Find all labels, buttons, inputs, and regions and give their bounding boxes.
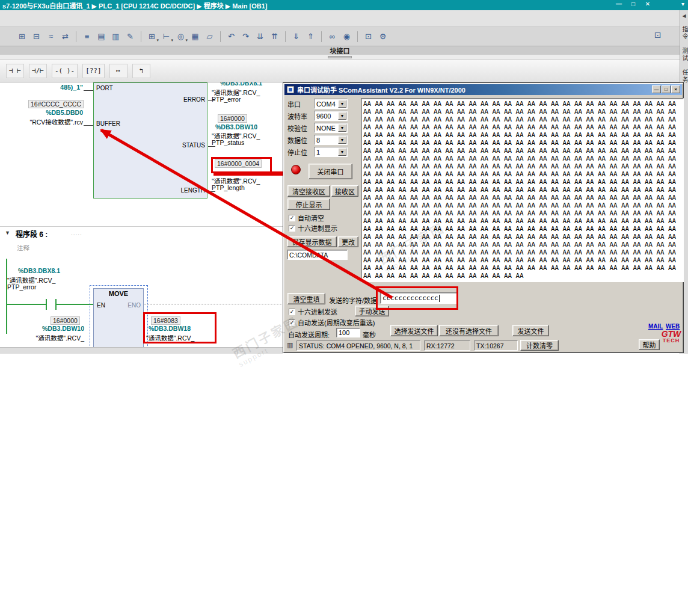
splitter-handle[interactable]	[328, 56, 352, 58]
network-collapse-icon[interactable]: ▼	[5, 230, 10, 236]
copy-icon[interactable]: ▤	[95, 30, 108, 43]
checkbox-check-icon: ✓	[289, 309, 295, 315]
open-block-icon[interactable]: ⊞	[16, 30, 28, 43]
serial-setting-dropdown[interactable]: NONE▼	[314, 123, 348, 133]
wire	[84, 90, 93, 91]
insert-box-icon[interactable]: ⊞▾	[146, 30, 158, 43]
annotation-box-move-out	[143, 312, 217, 343]
clear-refill-button[interactable]: 清空重填	[287, 293, 325, 304]
reset-counter-button[interactable]: 计数清零	[520, 340, 559, 351]
empty-box-icon[interactable]: [??]	[82, 64, 105, 78]
undo-icon[interactable]: ↶	[225, 30, 238, 43]
network6-comment[interactable]: 注释	[17, 243, 29, 252]
length-name-2[interactable]: PTP_length	[212, 184, 245, 191]
download-icon[interactable]: ⇓	[290, 30, 303, 43]
coil-icon[interactable]: -( )-	[52, 64, 78, 78]
settings-icon[interactable]: ⚙	[376, 30, 389, 43]
restore-icon[interactable]: □	[629, 1, 637, 7]
insert-network-icon[interactable]: ≡	[81, 30, 93, 43]
close-icon[interactable]: ✕	[643, 1, 652, 7]
serial-setting-label: 波特率	[287, 111, 314, 121]
hex-display-label: 十六进制显示	[298, 223, 337, 233]
close-block-icon[interactable]: ⊟	[30, 30, 43, 43]
insert-contact-icon[interactable]: ⊢▾	[160, 30, 173, 43]
close-branch-icon[interactable]: ↰	[132, 64, 150, 78]
send-file-button[interactable]: 发送文件	[512, 325, 549, 336]
auto-clear-checkbox[interactable]: ✓ 自动清空	[289, 213, 324, 223]
redo-icon[interactable]: ↷	[239, 30, 252, 43]
insert-coil-icon[interactable]: ◎▾	[174, 30, 187, 43]
save-path-field[interactable]: C:\COMDATA	[287, 250, 348, 260]
buffer-operand[interactable]: %DB5.DBD0	[32, 109, 83, 116]
mail-link[interactable]: MAIL	[648, 323, 663, 330]
contact-symbol[interactable]	[46, 299, 47, 310]
error-name-2[interactable]: PTP_error	[212, 96, 241, 103]
network6-header[interactable]: ▼ 程序段 6 : .....	[0, 226, 283, 239]
cross-reference-icon[interactable]: ⊡	[362, 30, 375, 43]
editor-layout-icon[interactable]: ⊡	[654, 30, 662, 40]
gtw-tech-logo: GTW TECH	[657, 330, 685, 343]
snapshot-icon[interactable]: ◉	[340, 30, 353, 43]
serial-setting-dropdown[interactable]: COM4▼	[314, 99, 348, 109]
serial-setting-dropdown[interactable]: 8▼	[314, 135, 348, 145]
move-in-name[interactable]: "通讯数据".RCV_	[17, 333, 84, 342]
save-data-button[interactable]: 保存显示数据	[287, 236, 337, 247]
dropdown-arrow-icon[interactable]: ▼	[338, 124, 346, 132]
toolbar-separator	[321, 31, 322, 42]
dropdown-arrow-icon[interactable]: ▼	[338, 100, 346, 108]
serial-close-icon[interactable]: ×	[671, 85, 680, 93]
open-branch-icon[interactable]: ↦	[109, 64, 127, 78]
help-button[interactable]: 帮助	[639, 339, 660, 350]
compare-online-icon[interactable]: ≈	[45, 30, 57, 43]
contact-closed-icon[interactable]: ⊣/⊢	[29, 64, 47, 78]
paste-icon[interactable]: ▥	[109, 30, 122, 43]
expand-networks-icon[interactable]: ⇊	[254, 30, 266, 43]
upload-icon[interactable]: ⇑	[304, 30, 317, 43]
receive-zone-button[interactable]: 接收区	[331, 185, 358, 197]
auto-send-checkbox[interactable]: ✓ 自动发送(周期改变后重选)	[289, 318, 375, 327]
calculate-icon[interactable]: ▦	[189, 30, 201, 43]
no-file-selected-label: 还没有选择文件	[439, 325, 499, 336]
serial-setting-dropdown[interactable]: 9600▼	[314, 111, 348, 121]
window-menu-icon[interactable]: ▾	[681, 1, 684, 7]
close-port-button[interactable]: 关闭串口	[309, 164, 352, 179]
collapse-panel-icon[interactable]: ◀	[680, 13, 688, 19]
status-operand[interactable]: %DB3.DBW10	[215, 123, 257, 131]
buffer-name[interactable]: "RCV接收数据".rcv	[1, 117, 83, 126]
stop-display-button[interactable]: 停止显示	[287, 199, 330, 210]
dropdown-arrow-icon[interactable]: ▼	[338, 148, 346, 156]
status-name-2[interactable]: PTP_status	[212, 139, 244, 146]
auto-send-label: 自动发送(周期改变后重选)	[298, 318, 375, 327]
move-in-monitor-value: 16#0000	[51, 316, 80, 325]
collapse-networks-icon[interactable]: ⇈	[268, 30, 281, 43]
sync-icon[interactable]: ⇄	[59, 30, 72, 43]
format-page-icon[interactable]: ▱	[203, 30, 216, 43]
tab-instructions[interactable]: 指令	[680, 26, 688, 40]
serial-titlebar[interactable]: 串口调试助手 SComAssistant V2.2 For WIN9X/NT/2…	[284, 84, 682, 95]
dropdown-arrow-icon[interactable]: ▼	[338, 112, 346, 120]
minimize-icon[interactable]: —	[615, 1, 623, 7]
tab-tasks[interactable]: 任务	[680, 69, 688, 84]
port-operand[interactable]: 485)_1"	[34, 84, 83, 91]
serial-maximize-icon[interactable]: □	[662, 85, 671, 93]
change-button[interactable]: 更改	[338, 236, 358, 247]
contact-name-2[interactable]: PTP_error	[7, 283, 36, 291]
move-in-operand[interactable]: %DB3.DBW10	[33, 325, 84, 332]
hex-display-checkbox[interactable]: ✓ 十六进制显示	[289, 223, 337, 233]
dropdown-arrow-icon[interactable]: ▼	[338, 136, 346, 144]
receive-area[interactable]: AA AA AA AA AA AA AA AA AA AA AA AA AA A…	[361, 98, 684, 282]
clear-receive-button[interactable]: 清空接收区	[287, 185, 330, 197]
serial-minimize-icon[interactable]: —	[652, 85, 661, 93]
contact-operand[interactable]: %DB3.DBX8.1	[18, 267, 60, 274]
serial-setting-dropdown[interactable]: 1▼	[314, 147, 348, 157]
contact-open-icon[interactable]: ⊣ ⊢	[6, 64, 24, 78]
tab-testing[interactable]: 测试	[680, 48, 688, 62]
choose-file-button[interactable]: 选择发送文件	[390, 325, 438, 336]
clear-refill-label: 清空重填	[293, 294, 320, 304]
block-interface-bar[interactable]: 块接口	[0, 46, 680, 55]
error-operand[interactable]: %DB3.DBX8.1	[220, 82, 268, 87]
comment-icon[interactable]: ✎	[124, 30, 137, 43]
auto-send-period-input[interactable]: 100	[336, 328, 360, 337]
hex-send-checkbox[interactable]: ✓ 十六进制发送	[289, 307, 337, 316]
monitoring-icon[interactable]: ∞	[326, 30, 339, 43]
